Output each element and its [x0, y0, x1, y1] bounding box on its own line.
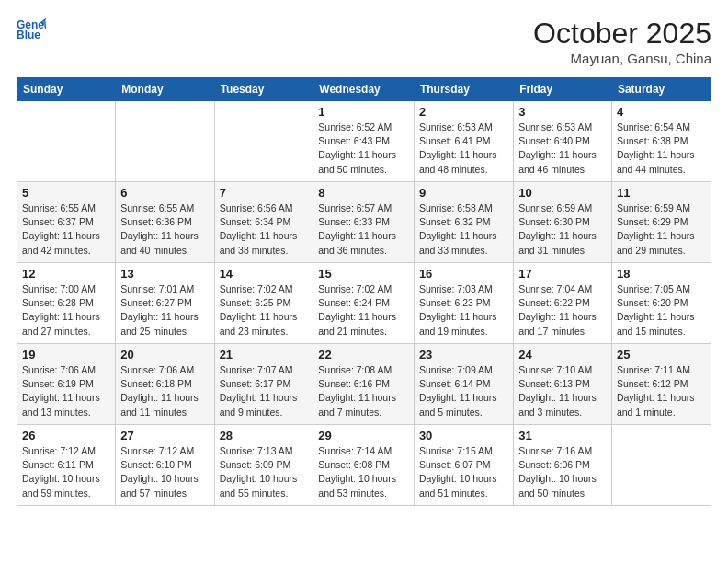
calendar-cell-w1-d6: 11Sunrise: 6:59 AMSunset: 6:29 PMDayligh…	[611, 182, 711, 263]
day-number: 22	[318, 348, 409, 362]
month-title: October 2025	[533, 17, 711, 51]
day-info: Sunrise: 6:59 AMSunset: 6:30 PMDaylight:…	[518, 201, 607, 258]
calendar-cell-w4-d1: 27Sunrise: 7:12 AMSunset: 6:10 PMDayligh…	[116, 425, 214, 506]
day-number: 2	[419, 105, 508, 119]
day-number: 17	[518, 267, 607, 281]
calendar-cell-w1-d1: 6Sunrise: 6:55 AMSunset: 6:36 PMDaylight…	[116, 182, 214, 263]
header-tuesday: Tuesday	[214, 78, 313, 101]
calendar-cell-w3-d6: 25Sunrise: 7:11 AMSunset: 6:12 PMDayligh…	[611, 344, 711, 425]
calendar-cell-w1-d0: 5Sunrise: 6:55 AMSunset: 6:37 PMDaylight…	[17, 182, 116, 263]
day-number: 14	[220, 267, 309, 281]
day-info: Sunrise: 6:59 AMSunset: 6:29 PMDaylight:…	[617, 201, 706, 258]
day-number: 13	[120, 267, 209, 281]
day-info: Sunrise: 7:16 AMSunset: 6:06 PMDaylight:…	[518, 444, 607, 500]
calendar: Sunday Monday Tuesday Wednesday Thursday…	[17, 77, 711, 506]
calendar-cell-w4-d0: 26Sunrise: 7:12 AMSunset: 6:11 PMDayligh…	[17, 425, 116, 506]
day-info: Sunrise: 7:05 AMSunset: 6:20 PMDaylight:…	[617, 282, 706, 339]
calendar-cell-w3-d0: 19Sunrise: 7:06 AMSunset: 6:19 PMDayligh…	[17, 344, 116, 425]
day-number: 15	[318, 267, 409, 281]
day-info: Sunrise: 7:02 AMSunset: 6:24 PMDaylight:…	[318, 282, 409, 339]
header-monday: Monday	[116, 78, 214, 101]
calendar-cell-w3-d3: 22Sunrise: 7:08 AMSunset: 6:16 PMDayligh…	[313, 344, 415, 425]
day-number: 21	[220, 348, 309, 362]
calendar-cell-w4-d6	[611, 425, 711, 506]
day-info: Sunrise: 7:15 AMSunset: 6:07 PMDaylight:…	[419, 444, 508, 500]
day-number: 5	[22, 186, 110, 200]
day-number: 27	[120, 429, 209, 442]
day-number: 10	[518, 186, 607, 200]
logo-icon: General Blue	[17, 17, 46, 42]
calendar-cell-w2-d3: 15Sunrise: 7:02 AMSunset: 6:24 PMDayligh…	[313, 263, 415, 344]
day-number: 26	[22, 429, 110, 442]
calendar-cell-w4-d2: 28Sunrise: 7:13 AMSunset: 6:09 PMDayligh…	[214, 425, 313, 506]
day-number: 4	[617, 105, 706, 119]
calendar-cell-w0-d0	[17, 101, 116, 182]
header-saturday: Saturday	[611, 78, 711, 101]
day-info: Sunrise: 6:55 AMSunset: 6:37 PMDaylight:…	[22, 201, 110, 258]
calendar-cell-w1-d4: 9Sunrise: 6:58 AMSunset: 6:32 PMDaylight…	[414, 182, 513, 263]
day-info: Sunrise: 7:04 AMSunset: 6:22 PMDaylight:…	[518, 282, 607, 339]
week-row-0: 1Sunrise: 6:52 AMSunset: 6:43 PMDaylight…	[17, 101, 711, 182]
day-number: 31	[518, 429, 607, 442]
header-friday: Friday	[514, 78, 612, 101]
calendar-cell-w2-d2: 14Sunrise: 7:02 AMSunset: 6:25 PMDayligh…	[214, 263, 313, 344]
page: General Blue October 2025 Mayuan, Gansu,…	[0, 0, 728, 563]
day-info: Sunrise: 7:02 AMSunset: 6:25 PMDaylight:…	[220, 282, 309, 339]
day-info: Sunrise: 7:00 AMSunset: 6:28 PMDaylight:…	[22, 282, 110, 339]
day-number: 9	[419, 186, 508, 200]
calendar-cell-w2-d4: 16Sunrise: 7:03 AMSunset: 6:23 PMDayligh…	[414, 263, 513, 344]
day-number: 7	[220, 186, 309, 200]
day-number: 20	[120, 348, 209, 362]
day-number: 30	[419, 429, 508, 442]
day-info: Sunrise: 7:07 AMSunset: 6:17 PMDaylight:…	[220, 363, 309, 419]
day-info: Sunrise: 7:13 AMSunset: 6:09 PMDaylight:…	[220, 444, 309, 500]
logo: General Blue	[17, 17, 50, 42]
calendar-cell-w2-d6: 18Sunrise: 7:05 AMSunset: 6:20 PMDayligh…	[611, 263, 711, 344]
day-number: 12	[22, 267, 110, 281]
calendar-cell-w1-d2: 7Sunrise: 6:56 AMSunset: 6:34 PMDaylight…	[214, 182, 313, 263]
calendar-cell-w0-d2	[214, 101, 313, 182]
title-block: October 2025 Mayuan, Gansu, China	[533, 17, 711, 66]
day-info: Sunrise: 7:11 AMSunset: 6:12 PMDaylight:…	[617, 363, 706, 419]
week-row-3: 19Sunrise: 7:06 AMSunset: 6:19 PMDayligh…	[17, 344, 711, 425]
week-row-4: 26Sunrise: 7:12 AMSunset: 6:11 PMDayligh…	[17, 425, 711, 506]
calendar-cell-w1-d3: 8Sunrise: 6:57 AMSunset: 6:33 PMDaylight…	[313, 182, 415, 263]
day-number: 6	[120, 186, 209, 200]
week-row-2: 12Sunrise: 7:00 AMSunset: 6:28 PMDayligh…	[17, 263, 711, 344]
day-number: 28	[220, 429, 309, 442]
day-info: Sunrise: 7:14 AMSunset: 6:08 PMDaylight:…	[318, 444, 409, 500]
calendar-cell-w4-d3: 29Sunrise: 7:14 AMSunset: 6:08 PMDayligh…	[313, 425, 415, 506]
day-number: 1	[318, 105, 409, 119]
day-info: Sunrise: 6:54 AMSunset: 6:38 PMDaylight:…	[617, 121, 706, 177]
day-info: Sunrise: 6:55 AMSunset: 6:36 PMDaylight:…	[120, 201, 209, 258]
calendar-cell-w2-d1: 13Sunrise: 7:01 AMSunset: 6:27 PMDayligh…	[116, 263, 214, 344]
day-info: Sunrise: 6:53 AMSunset: 6:41 PMDaylight:…	[419, 121, 508, 177]
calendar-cell-w0-d4: 2Sunrise: 6:53 AMSunset: 6:41 PMDaylight…	[414, 101, 513, 182]
header-thursday: Thursday	[414, 78, 513, 101]
day-number: 23	[419, 348, 508, 362]
day-info: Sunrise: 6:52 AMSunset: 6:43 PMDaylight:…	[318, 121, 409, 177]
header: General Blue October 2025 Mayuan, Gansu,…	[17, 17, 711, 66]
calendar-cell-w0-d1	[116, 101, 214, 182]
weekday-header-row: Sunday Monday Tuesday Wednesday Thursday…	[17, 78, 711, 101]
day-info: Sunrise: 6:53 AMSunset: 6:40 PMDaylight:…	[518, 121, 607, 177]
day-info: Sunrise: 7:01 AMSunset: 6:27 PMDaylight:…	[120, 282, 209, 339]
day-info: Sunrise: 6:58 AMSunset: 6:32 PMDaylight:…	[419, 201, 508, 258]
calendar-cell-w0-d5: 3Sunrise: 6:53 AMSunset: 6:40 PMDaylight…	[514, 101, 612, 182]
day-number: 19	[22, 348, 110, 362]
day-number: 25	[617, 348, 706, 362]
calendar-cell-w4-d5: 31Sunrise: 7:16 AMSunset: 6:06 PMDayligh…	[514, 425, 612, 506]
svg-text:Blue: Blue	[17, 29, 40, 41]
calendar-cell-w3-d4: 23Sunrise: 7:09 AMSunset: 6:14 PMDayligh…	[414, 344, 513, 425]
calendar-cell-w2-d0: 12Sunrise: 7:00 AMSunset: 6:28 PMDayligh…	[17, 263, 116, 344]
day-number: 11	[617, 186, 706, 200]
calendar-cell-w3-d2: 21Sunrise: 7:07 AMSunset: 6:17 PMDayligh…	[214, 344, 313, 425]
day-number: 18	[617, 267, 706, 281]
location: Mayuan, Gansu, China	[533, 51, 711, 66]
day-number: 16	[419, 267, 508, 281]
day-number: 3	[518, 105, 607, 119]
day-info: Sunrise: 7:08 AMSunset: 6:16 PMDaylight:…	[318, 363, 409, 419]
day-info: Sunrise: 6:56 AMSunset: 6:34 PMDaylight:…	[220, 201, 309, 258]
calendar-cell-w3-d1: 20Sunrise: 7:06 AMSunset: 6:18 PMDayligh…	[116, 344, 214, 425]
calendar-cell-w0-d6: 4Sunrise: 6:54 AMSunset: 6:38 PMDaylight…	[611, 101, 711, 182]
